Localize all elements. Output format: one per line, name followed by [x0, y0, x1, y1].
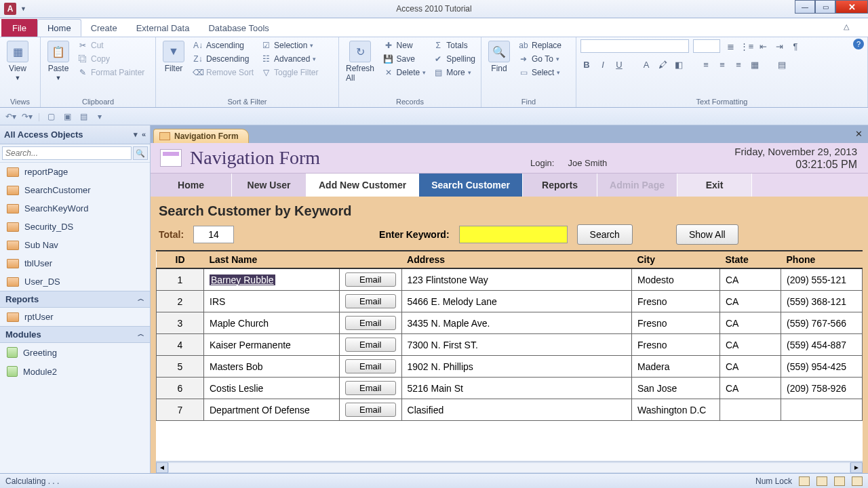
navpane-header[interactable]: All Access Objects ▾«	[0, 125, 150, 144]
cell-state[interactable]: CA	[720, 312, 781, 334]
cell-phone[interactable]: (559) 767-566	[781, 312, 863, 334]
more-button[interactable]: ▤More	[431, 66, 477, 79]
cell-lastname[interactable]: Masters Bob	[204, 356, 340, 378]
font-family-select[interactable]	[580, 39, 689, 53]
cell-phone[interactable]: (209) 758-926	[781, 378, 863, 399]
navpane-item[interactable]: tblUser	[0, 254, 150, 272]
ribbon-tab-external-data[interactable]: External Data	[127, 19, 199, 37]
email-button[interactable]: Email	[345, 294, 396, 308]
numbering-icon[interactable]: ⋮≡	[741, 40, 753, 52]
horizontal-scrollbar[interactable]: ◄ ►	[156, 461, 863, 473]
advanced-button[interactable]: ☷Advanced	[259, 53, 319, 65]
ascending-button[interactable]: A↓Ascending	[191, 39, 255, 52]
descending-button[interactable]: Z↓Descending	[191, 53, 255, 65]
underline-icon[interactable]: U	[613, 58, 625, 70]
cell-city[interactable]: Madera	[632, 356, 720, 378]
bullets-icon[interactable]: ≣	[724, 40, 736, 52]
cell-state[interactable]: CA	[720, 356, 781, 378]
bold-icon[interactable]: B	[580, 58, 593, 70]
replace-button[interactable]: abReplace	[517, 39, 563, 52]
table-row[interactable]: 7 Department Of Defense Email Clasified …	[157, 399, 863, 421]
alt-row-color-icon[interactable]: ▤	[776, 58, 788, 70]
cell-lastname[interactable]: Kaiser Permanente	[204, 334, 340, 356]
col-address[interactable]: Address	[401, 251, 631, 268]
cell-address[interactable]: 5216 Main St	[401, 378, 631, 399]
navtab-home[interactable]: Home	[151, 174, 232, 197]
datasheet-view-icon[interactable]	[816, 476, 827, 486]
cut-button[interactable]: ✂Cut	[76, 39, 146, 52]
table-row[interactable]: 1 Barney Rubble Email 123 Flintstone Way…	[157, 268, 863, 291]
navpane-item[interactable]: reportPage	[0, 163, 150, 181]
format-painter-button[interactable]: ✎Format Painter	[76, 66, 146, 79]
cell-city[interactable]: Fresno	[632, 291, 720, 312]
cell-address[interactable]: 7300 N. First ST.	[401, 334, 631, 356]
keyword-input[interactable]	[459, 226, 568, 243]
col-lastname[interactable]: Last Name	[204, 251, 340, 268]
refresh-all-button[interactable]: ↻Refresh All	[343, 39, 378, 84]
cell-id[interactable]: 3	[157, 312, 204, 334]
cell-state[interactable]: CA	[720, 334, 781, 356]
navpane-item[interactable]: Sub Nav	[0, 236, 150, 254]
navtab-add-customer[interactable]: Add New Customer	[307, 174, 419, 197]
cell-address[interactable]: 3435 N. Maple Ave.	[401, 312, 631, 334]
cell-city[interactable]: Washington D.C	[632, 399, 720, 421]
navtab-search-customer[interactable]: Search Customer	[419, 174, 523, 197]
cell-phone[interactable]: (559) 368-121	[781, 291, 863, 312]
find-button[interactable]: 🔍Find	[486, 39, 513, 75]
delete-record-button[interactable]: ✕Delete	[382, 66, 428, 79]
col-phone[interactable]: Phone	[781, 251, 863, 268]
navpane-item[interactable]: rptUser	[0, 308, 150, 326]
navpane-category-modules[interactable]: Modules︿	[0, 326, 150, 343]
email-button[interactable]: Email	[345, 381, 396, 395]
ribbon-tab-database-tools[interactable]: Database Tools	[199, 19, 278, 37]
view-button[interactable]: ▦View▼	[4, 39, 31, 83]
navtab-new-user[interactable]: New User	[232, 174, 307, 197]
indent-increase-icon[interactable]: ⇥	[773, 40, 785, 52]
minimize-button[interactable]: —	[795, 0, 815, 14]
navpane-item[interactable]: Greeting	[0, 343, 150, 362]
text-direction-icon[interactable]: ¶	[789, 40, 802, 52]
col-state[interactable]: State	[720, 251, 781, 268]
highlight-icon[interactable]: 🖍	[656, 58, 669, 70]
cell-city[interactable]: Modesto	[632, 268, 720, 291]
ribbon-tab-home[interactable]: Home	[37, 19, 81, 37]
ribbon-tab-create[interactable]: Create	[81, 19, 127, 37]
qat-icon-2[interactable]: ▣	[62, 111, 73, 122]
cell-lastname[interactable]: Department Of Defense	[204, 399, 340, 421]
goto-button[interactable]: ➜Go To	[517, 53, 563, 65]
cell-lastname[interactable]: IRS	[204, 291, 340, 312]
scroll-right-icon[interactable]: ►	[850, 462, 863, 473]
font-color-icon[interactable]: A	[640, 58, 652, 70]
email-button[interactable]: Email	[345, 359, 396, 373]
cell-state[interactable]: CA	[720, 291, 781, 312]
cell-city[interactable]: San Jose	[632, 378, 720, 399]
italic-icon[interactable]: I	[597, 58, 609, 70]
cell-phone[interactable]: (559) 954-425	[781, 356, 863, 378]
document-tab[interactable]: Navigation Form	[153, 129, 249, 143]
cell-state[interactable]: CA	[720, 378, 781, 399]
qat-icon-3[interactable]: ▤	[78, 111, 89, 122]
cell-phone[interactable]: (209) 555-121	[781, 268, 863, 291]
cell-id[interactable]: 1	[157, 268, 204, 291]
navpane-category-reports[interactable]: Reports︿	[0, 291, 150, 308]
cell-id[interactable]: 7	[157, 399, 204, 421]
cell-city[interactable]: Fresno	[632, 312, 720, 334]
cell-address[interactable]: 123 Flintstone Way	[401, 268, 631, 291]
navpane-search-go[interactable]: 🔍	[133, 146, 148, 160]
navpane-search-input[interactable]	[2, 146, 132, 160]
totals-button[interactable]: ΣTotals	[431, 39, 477, 52]
show-all-button[interactable]: Show All	[676, 224, 738, 245]
search-button[interactable]: Search	[577, 224, 633, 245]
col-id[interactable]: ID	[157, 251, 204, 268]
select-button[interactable]: ▭Select	[517, 66, 563, 79]
navtab-reports[interactable]: Reports	[523, 174, 597, 197]
email-button[interactable]: Email	[345, 338, 396, 352]
table-row[interactable]: 4 Kaiser Permanente Email 7300 N. First …	[157, 334, 863, 356]
help-icon[interactable]: ?	[853, 39, 864, 49]
table-row[interactable]: 3 Maple Church Email 3435 N. Maple Ave. …	[157, 312, 863, 334]
cell-lastname[interactable]: Maple Church	[204, 312, 340, 334]
redo-icon[interactable]: ↷▾	[22, 111, 33, 122]
document-close-icon[interactable]: ✕	[853, 128, 864, 139]
align-left-icon[interactable]: ≡	[700, 58, 712, 70]
close-button[interactable]: ✕	[835, 0, 868, 14]
